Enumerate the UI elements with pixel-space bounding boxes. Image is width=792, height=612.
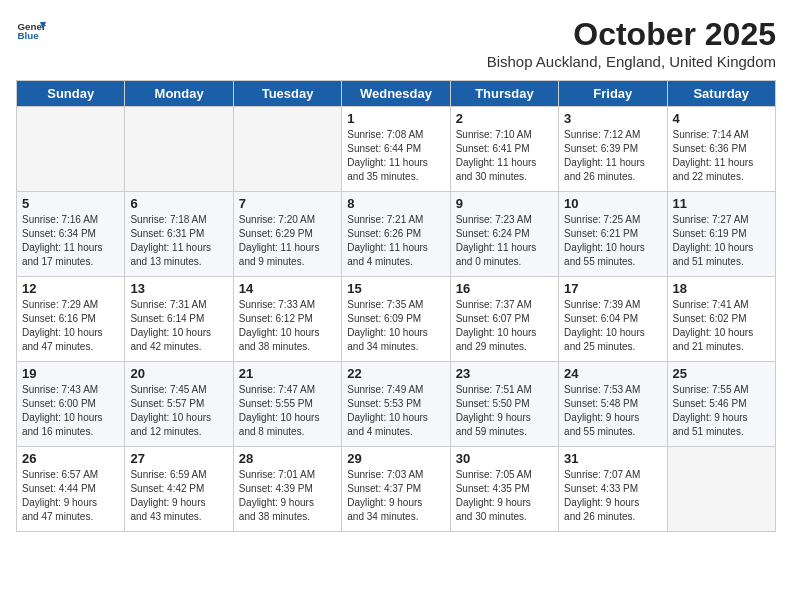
calendar-cell: 4Sunrise: 7:14 AM Sunset: 6:36 PM Daylig… — [667, 107, 775, 192]
day-info: Sunrise: 7:25 AM Sunset: 6:21 PM Dayligh… — [564, 213, 661, 269]
day-number: 2 — [456, 111, 553, 126]
day-info: Sunrise: 7:41 AM Sunset: 6:02 PM Dayligh… — [673, 298, 770, 354]
day-info: Sunrise: 7:01 AM Sunset: 4:39 PM Dayligh… — [239, 468, 336, 524]
calendar-table: SundayMondayTuesdayWednesdayThursdayFrid… — [16, 80, 776, 532]
day-number: 22 — [347, 366, 444, 381]
day-number: 30 — [456, 451, 553, 466]
day-info: Sunrise: 7:39 AM Sunset: 6:04 PM Dayligh… — [564, 298, 661, 354]
day-info: Sunrise: 7:08 AM Sunset: 6:44 PM Dayligh… — [347, 128, 444, 184]
day-number: 12 — [22, 281, 119, 296]
month-title: October 2025 — [487, 16, 776, 53]
day-number: 7 — [239, 196, 336, 211]
calendar-cell: 6Sunrise: 7:18 AM Sunset: 6:31 PM Daylig… — [125, 192, 233, 277]
calendar-cell: 17Sunrise: 7:39 AM Sunset: 6:04 PM Dayli… — [559, 277, 667, 362]
week-row-4: 19Sunrise: 7:43 AM Sunset: 6:00 PM Dayli… — [17, 362, 776, 447]
week-row-1: 1Sunrise: 7:08 AM Sunset: 6:44 PM Daylig… — [17, 107, 776, 192]
day-number: 24 — [564, 366, 661, 381]
day-info: Sunrise: 7:47 AM Sunset: 5:55 PM Dayligh… — [239, 383, 336, 439]
day-info: Sunrise: 7:27 AM Sunset: 6:19 PM Dayligh… — [673, 213, 770, 269]
day-info: Sunrise: 7:45 AM Sunset: 5:57 PM Dayligh… — [130, 383, 227, 439]
calendar-cell: 22Sunrise: 7:49 AM Sunset: 5:53 PM Dayli… — [342, 362, 450, 447]
day-info: Sunrise: 7:33 AM Sunset: 6:12 PM Dayligh… — [239, 298, 336, 354]
header-day-wednesday: Wednesday — [342, 81, 450, 107]
day-info: Sunrise: 7:03 AM Sunset: 4:37 PM Dayligh… — [347, 468, 444, 524]
day-info: Sunrise: 7:05 AM Sunset: 4:35 PM Dayligh… — [456, 468, 553, 524]
day-number: 19 — [22, 366, 119, 381]
day-info: Sunrise: 7:16 AM Sunset: 6:34 PM Dayligh… — [22, 213, 119, 269]
calendar-cell: 1Sunrise: 7:08 AM Sunset: 6:44 PM Daylig… — [342, 107, 450, 192]
week-row-5: 26Sunrise: 6:57 AM Sunset: 4:44 PM Dayli… — [17, 447, 776, 532]
calendar-cell: 2Sunrise: 7:10 AM Sunset: 6:41 PM Daylig… — [450, 107, 558, 192]
day-info: Sunrise: 7:37 AM Sunset: 6:07 PM Dayligh… — [456, 298, 553, 354]
day-number: 16 — [456, 281, 553, 296]
day-info: Sunrise: 7:49 AM Sunset: 5:53 PM Dayligh… — [347, 383, 444, 439]
calendar-cell: 16Sunrise: 7:37 AM Sunset: 6:07 PM Dayli… — [450, 277, 558, 362]
calendar-cell: 10Sunrise: 7:25 AM Sunset: 6:21 PM Dayli… — [559, 192, 667, 277]
day-number: 27 — [130, 451, 227, 466]
logo: General Blue — [16, 16, 46, 46]
calendar-cell: 27Sunrise: 6:59 AM Sunset: 4:42 PM Dayli… — [125, 447, 233, 532]
day-info: Sunrise: 7:53 AM Sunset: 5:48 PM Dayligh… — [564, 383, 661, 439]
day-info: Sunrise: 7:43 AM Sunset: 6:00 PM Dayligh… — [22, 383, 119, 439]
day-number: 29 — [347, 451, 444, 466]
calendar-cell: 9Sunrise: 7:23 AM Sunset: 6:24 PM Daylig… — [450, 192, 558, 277]
day-number: 18 — [673, 281, 770, 296]
day-number: 13 — [130, 281, 227, 296]
day-number: 31 — [564, 451, 661, 466]
calendar-cell: 21Sunrise: 7:47 AM Sunset: 5:55 PM Dayli… — [233, 362, 341, 447]
header-day-saturday: Saturday — [667, 81, 775, 107]
day-number: 14 — [239, 281, 336, 296]
calendar-cell: 31Sunrise: 7:07 AM Sunset: 4:33 PM Dayli… — [559, 447, 667, 532]
calendar-cell: 19Sunrise: 7:43 AM Sunset: 6:00 PM Dayli… — [17, 362, 125, 447]
day-info: Sunrise: 7:18 AM Sunset: 6:31 PM Dayligh… — [130, 213, 227, 269]
calendar-cell: 13Sunrise: 7:31 AM Sunset: 6:14 PM Dayli… — [125, 277, 233, 362]
location-title: Bishop Auckland, England, United Kingdom — [487, 53, 776, 70]
day-info: Sunrise: 7:07 AM Sunset: 4:33 PM Dayligh… — [564, 468, 661, 524]
logo-icon: General Blue — [16, 16, 46, 46]
header-day-tuesday: Tuesday — [233, 81, 341, 107]
calendar-cell: 7Sunrise: 7:20 AM Sunset: 6:29 PM Daylig… — [233, 192, 341, 277]
title-area: October 2025 Bishop Auckland, England, U… — [487, 16, 776, 70]
calendar-cell: 3Sunrise: 7:12 AM Sunset: 6:39 PM Daylig… — [559, 107, 667, 192]
calendar-cell: 5Sunrise: 7:16 AM Sunset: 6:34 PM Daylig… — [17, 192, 125, 277]
day-info: Sunrise: 7:55 AM Sunset: 5:46 PM Dayligh… — [673, 383, 770, 439]
calendar-cell — [17, 107, 125, 192]
calendar-cell: 24Sunrise: 7:53 AM Sunset: 5:48 PM Dayli… — [559, 362, 667, 447]
day-info: Sunrise: 6:59 AM Sunset: 4:42 PM Dayligh… — [130, 468, 227, 524]
week-row-2: 5Sunrise: 7:16 AM Sunset: 6:34 PM Daylig… — [17, 192, 776, 277]
header-day-friday: Friday — [559, 81, 667, 107]
calendar-cell: 26Sunrise: 6:57 AM Sunset: 4:44 PM Dayli… — [17, 447, 125, 532]
day-number: 4 — [673, 111, 770, 126]
calendar-cell: 29Sunrise: 7:03 AM Sunset: 4:37 PM Dayli… — [342, 447, 450, 532]
day-number: 15 — [347, 281, 444, 296]
day-info: Sunrise: 7:10 AM Sunset: 6:41 PM Dayligh… — [456, 128, 553, 184]
day-info: Sunrise: 7:21 AM Sunset: 6:26 PM Dayligh… — [347, 213, 444, 269]
header: General Blue October 2025 Bishop Aucklan… — [16, 16, 776, 70]
day-number: 26 — [22, 451, 119, 466]
day-number: 23 — [456, 366, 553, 381]
day-number: 17 — [564, 281, 661, 296]
calendar-cell: 14Sunrise: 7:33 AM Sunset: 6:12 PM Dayli… — [233, 277, 341, 362]
calendar-cell: 25Sunrise: 7:55 AM Sunset: 5:46 PM Dayli… — [667, 362, 775, 447]
day-info: Sunrise: 7:14 AM Sunset: 6:36 PM Dayligh… — [673, 128, 770, 184]
svg-text:Blue: Blue — [18, 30, 40, 41]
day-number: 25 — [673, 366, 770, 381]
day-info: Sunrise: 7:23 AM Sunset: 6:24 PM Dayligh… — [456, 213, 553, 269]
day-number: 5 — [22, 196, 119, 211]
day-number: 21 — [239, 366, 336, 381]
day-number: 11 — [673, 196, 770, 211]
calendar-cell: 11Sunrise: 7:27 AM Sunset: 6:19 PM Dayli… — [667, 192, 775, 277]
day-number: 6 — [130, 196, 227, 211]
week-row-3: 12Sunrise: 7:29 AM Sunset: 6:16 PM Dayli… — [17, 277, 776, 362]
day-number: 8 — [347, 196, 444, 211]
header-day-monday: Monday — [125, 81, 233, 107]
header-day-thursday: Thursday — [450, 81, 558, 107]
calendar-cell: 30Sunrise: 7:05 AM Sunset: 4:35 PM Dayli… — [450, 447, 558, 532]
day-number: 1 — [347, 111, 444, 126]
day-info: Sunrise: 6:57 AM Sunset: 4:44 PM Dayligh… — [22, 468, 119, 524]
calendar-cell: 18Sunrise: 7:41 AM Sunset: 6:02 PM Dayli… — [667, 277, 775, 362]
day-number: 9 — [456, 196, 553, 211]
day-info: Sunrise: 7:35 AM Sunset: 6:09 PM Dayligh… — [347, 298, 444, 354]
calendar-cell: 15Sunrise: 7:35 AM Sunset: 6:09 PM Dayli… — [342, 277, 450, 362]
days-header-row: SundayMondayTuesdayWednesdayThursdayFrid… — [17, 81, 776, 107]
